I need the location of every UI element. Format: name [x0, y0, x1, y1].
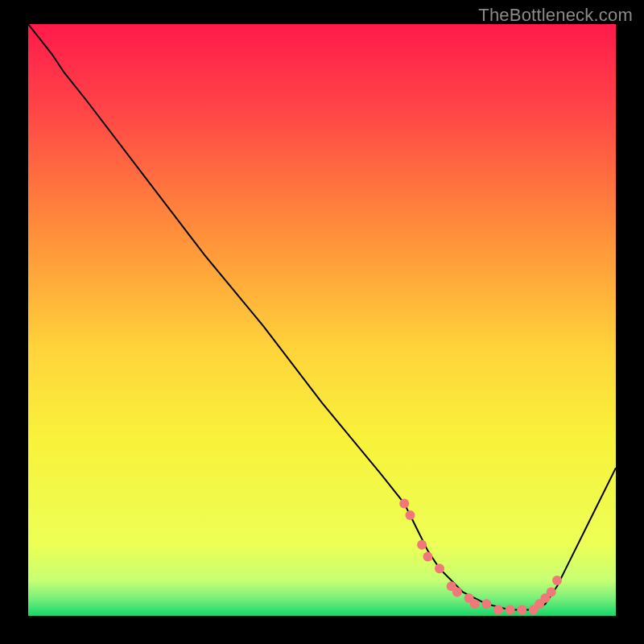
marker-point — [399, 498, 409, 508]
marker-point — [406, 510, 415, 520]
marker-point — [552, 576, 562, 585]
marker-point — [481, 599, 491, 609]
marker-point — [417, 540, 427, 550]
marker-point — [470, 599, 480, 609]
marker-point — [423, 552, 432, 562]
watermark-text: TheBottleneck.com — [478, 5, 633, 26]
marker-point — [517, 605, 526, 615]
marker-point — [506, 605, 515, 615]
marker-point — [547, 588, 556, 597]
plot-background — [28, 24, 616, 616]
marker-point — [452, 588, 462, 597]
chart-frame: TheBottleneck.com — [0, 0, 644, 644]
bottleneck-chart — [0, 0, 644, 644]
marker-point — [493, 605, 503, 615]
marker-point — [435, 564, 444, 573]
